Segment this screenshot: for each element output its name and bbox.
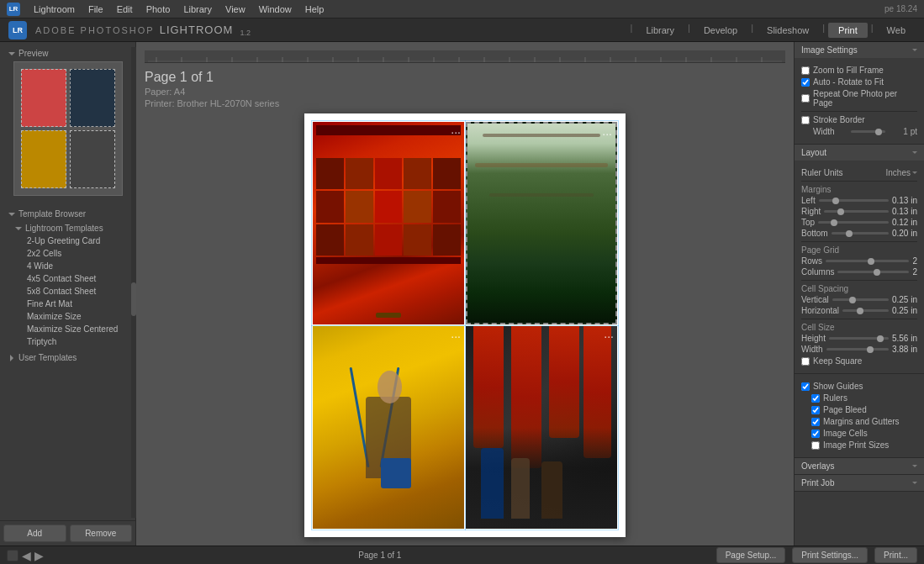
margins-title: Margins [801,185,917,194]
lightroom-templates-header[interactable]: Lightroom Templates [10,222,132,235]
horizontal-row: Horizontal 0.25 in [801,306,917,315]
stroke-border-checkbox[interactable] [801,116,810,124]
print-button[interactable]: Print... [874,547,917,563]
ruler-units-value[interactable]: Inches [885,168,911,177]
columns-label: Columns [801,267,834,277]
height-slider[interactable] [829,337,889,340]
preview-section: Preview [0,42,135,199]
tab-slideshow[interactable]: Slideshow [757,23,819,38]
columns-slider[interactable] [837,271,909,273]
margin-right-slider[interactable] [824,210,889,213]
rulers-checkbox[interactable] [811,394,820,403]
photo-options-top-left[interactable]: ··· [451,125,461,139]
remove-button[interactable]: Remove [70,524,133,542]
print-settings-button[interactable]: Print Settings... [792,547,868,563]
print-job-header[interactable]: Print Job [795,475,924,491]
image-cells-checkbox[interactable] [811,430,820,438]
tab-web[interactable]: Web [877,23,916,38]
lr-templates-icon [15,227,22,230]
template-2x2cells[interactable]: 2x2 Cells [10,247,132,260]
margin-bottom-value: 0.20 in [892,229,917,238]
template-triptych[interactable]: Triptych [10,335,132,348]
horizontal-slider[interactable] [842,309,889,312]
photo-cell-bottom-left[interactable]: ··· [313,326,464,529]
menu-window[interactable]: Window [259,4,292,14]
rows-slider[interactable] [826,260,909,262]
page-bleed-checkbox[interactable] [811,406,820,414]
image-cells-row: Image Cells [801,429,917,438]
prev-btn[interactable]: ◀ [22,549,31,562]
template-maximize-centered[interactable]: Maximize Size Centered [10,323,132,335]
status-bar: ◀ ▶ Page 1 of 1 Page Setup... Print Sett… [0,546,924,564]
height-row: Height 5.56 in [801,334,917,343]
tab-library[interactable]: Library [636,23,684,38]
template-browser-header[interactable]: Template Browser [3,206,132,222]
vertical-slider[interactable] [832,298,889,301]
next-btn[interactable]: ▶ [34,549,44,562]
auto-rotate-checkbox[interactable] [801,78,810,87]
image-settings-header[interactable]: Image Settings [795,42,924,58]
photo-cell-bottom-right[interactable]: ··· [466,326,617,529]
zoom-to-fill-checkbox[interactable] [801,66,810,75]
template-4wide[interactable]: 4 Wide [10,260,132,272]
template-5x8contact[interactable]: 5x8 Contact Sheet [10,285,132,298]
keep-square-checkbox[interactable] [801,357,810,366]
template-maximize[interactable]: Maximize Size [10,310,132,323]
horizontal-label: Horizontal [801,306,839,315]
margin-left-row: Left 0.13 in [801,196,917,205]
margin-left-slider[interactable] [819,199,889,202]
stroke-width-slider[interactable] [851,130,885,133]
nav-tabs: | Library | Develop | Slideshow | Print … [629,23,916,38]
photo-options-bottom-left[interactable]: ··· [451,329,461,343]
photo-options-top-right[interactable]: ··· [602,127,612,140]
template-fineart[interactable]: Fine Art Mat [10,298,132,310]
menu-photo[interactable]: Photo [146,4,171,14]
page-setup-button[interactable]: Page Setup... [716,547,786,563]
rows-row: Rows 2 [801,256,917,266]
template-4x5contact[interactable]: 4x5 Contact Sheet [10,272,132,285]
add-button[interactable]: Add [3,524,66,542]
width-slider[interactable] [826,348,889,351]
show-guides-body: Show Guides Rulers Page Bleed Margins an… [795,374,924,457]
print-job-arrow [912,482,917,484]
photo-cell-top-right[interactable]: ··· [466,122,617,324]
menu-view[interactable]: View [225,4,246,14]
photo-cell-top-left[interactable]: ··· [313,122,464,324]
zoom-to-fill-label: Zoom to Fill Frame [813,66,884,75]
show-guides-checkbox[interactable] [801,382,810,391]
preview-collapse-icon[interactable] [8,52,15,55]
status-center: Page 1 of 1 [50,551,710,560]
stroke-width-label: Width [813,127,847,136]
repeat-one-checkbox[interactable] [801,94,810,103]
image-print-sizes-label: Image Print Sizes [823,440,889,450]
margins-gutters-label: Margins and Gutters [823,417,900,426]
layout-header[interactable]: Layout [795,145,924,161]
filmstrip-toggle[interactable] [7,550,18,561]
menu-library[interactable]: Library [183,4,212,14]
height-label: Height [801,334,826,343]
margins-gutters-row: Margins and Gutters [801,417,917,426]
template-2up-greeting[interactable]: 2-Up Greeting Card [10,235,132,247]
margin-bottom-slider[interactable] [832,232,889,235]
margin-top-slider[interactable] [818,221,889,224]
image-print-sizes-checkbox[interactable] [811,441,820,450]
preview-thumbnail [13,61,123,196]
menu-help[interactable]: Help [305,4,325,14]
menu-lightroom[interactable]: Lightroom [34,4,75,14]
menu-file[interactable]: File [88,4,103,14]
ruler-units-label: Ruler Units [801,168,882,177]
image-settings-section: Image Settings Zoom to Fill Frame Auto -… [795,42,924,145]
overlays-header[interactable]: Overlays [795,458,924,474]
margins-gutters-checkbox[interactable] [811,418,820,426]
system-time: pe 18.24 [884,4,917,13]
tab-print[interactable]: Print [828,23,868,38]
user-templates-header[interactable]: User Templates [3,351,132,364]
left-panel: Preview Template Browser Lightroom Templ… [0,42,136,546]
rulers-row: Rulers [801,393,917,403]
logo-version: 1.2 [240,29,251,37]
photo-options-bottom-right[interactable]: ··· [604,329,614,343]
ruler-units-arrow[interactable] [912,171,917,174]
right-panel: Image Settings Zoom to Fill Frame Auto -… [794,42,924,546]
tab-develop[interactable]: Develop [694,23,747,38]
menu-edit[interactable]: Edit [117,4,133,14]
